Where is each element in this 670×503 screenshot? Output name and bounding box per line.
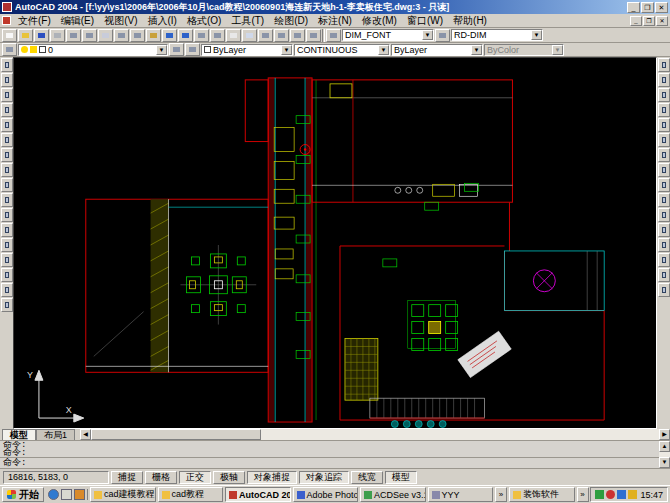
- maximize-button[interactable]: ❐: [641, 2, 654, 13]
- command-window[interactable]: 命令: 命令: 命令: ▲ ▼: [0, 441, 670, 469]
- rotate-icon[interactable]: [658, 148, 670, 162]
- media-player-icon[interactable]: [74, 489, 85, 500]
- otrack-button[interactable]: 对象追踪: [299, 471, 349, 484]
- menu-file[interactable]: 文件(F): [13, 14, 56, 28]
- menu-view[interactable]: 视图(V): [99, 14, 142, 28]
- mirror-icon[interactable]: [658, 88, 670, 102]
- snap-button[interactable]: 捕捉: [111, 471, 143, 484]
- save-icon[interactable]: [34, 29, 49, 42]
- taskbar-chevron[interactable]: »: [495, 487, 507, 502]
- zoom-previous-icon[interactable]: [274, 29, 289, 42]
- chevron-down-icon[interactable]: ▼: [531, 30, 542, 40]
- scroll-left-icon[interactable]: ◀: [80, 429, 91, 440]
- layer-freeze-sun-icon[interactable]: [30, 46, 37, 53]
- layer-combo[interactable]: 0 ▼: [18, 44, 168, 56]
- layer-properties-manager-icon[interactable]: [2, 43, 17, 56]
- chevron-down-icon[interactable]: ▼: [156, 45, 167, 55]
- command-prompt[interactable]: 命令:: [0, 458, 659, 468]
- break-icon[interactable]: [658, 238, 670, 252]
- fillet-icon[interactable]: [658, 268, 670, 282]
- chevron-down-icon[interactable]: ▼: [422, 30, 433, 40]
- tray-im-icon[interactable]: [617, 490, 626, 499]
- tab-layout1[interactable]: 布局1: [36, 429, 75, 440]
- scroll-up-icon[interactable]: ▲: [659, 441, 670, 452]
- extend-icon[interactable]: [658, 208, 670, 222]
- circle-icon[interactable]: [1, 148, 13, 162]
- cut-icon[interactable]: [98, 29, 113, 42]
- trim-icon[interactable]: [658, 193, 670, 207]
- text-style-icon[interactable]: [326, 29, 341, 42]
- redo-icon[interactable]: [178, 29, 193, 42]
- design-center-icon[interactable]: [306, 29, 321, 42]
- scale-icon[interactable]: [658, 163, 670, 177]
- break-at-point-icon[interactable]: [658, 223, 670, 237]
- layer-on-bulb-icon[interactable]: [21, 46, 28, 53]
- insert-block-icon[interactable]: [1, 223, 13, 237]
- menu-help[interactable]: 帮助(H): [448, 14, 492, 28]
- doc-minimize-button[interactable]: _: [630, 16, 642, 26]
- hscroll-track[interactable]: [91, 429, 659, 440]
- rectangle-icon[interactable]: [1, 118, 13, 132]
- print-preview-icon[interactable]: [66, 29, 81, 42]
- menu-dimension[interactable]: 标注(N): [313, 14, 357, 28]
- copy-object-icon[interactable]: [658, 73, 670, 87]
- polar-button[interactable]: 极轴: [213, 471, 245, 484]
- move-icon[interactable]: [658, 133, 670, 147]
- dim-style-combo[interactable]: RD-DIM ▼: [451, 29, 543, 41]
- copy-icon[interactable]: [114, 29, 129, 42]
- array-icon[interactable]: [658, 118, 670, 132]
- zoom-realtime-icon[interactable]: [242, 29, 257, 42]
- menu-edit[interactable]: 编辑(E): [56, 14, 99, 28]
- ie-icon[interactable]: [48, 489, 59, 500]
- construction-line-icon[interactable]: [1, 73, 13, 87]
- revision-cloud-icon[interactable]: [1, 163, 13, 177]
- tray-volume-icon[interactable]: [628, 490, 637, 499]
- menu-format[interactable]: 格式(O): [182, 14, 226, 28]
- print-icon[interactable]: [50, 29, 65, 42]
- cad-drawing[interactable]: Y X: [14, 58, 656, 428]
- doc-restore-button[interactable]: ❐: [643, 16, 655, 26]
- lineweight-combo[interactable]: ByLayer ▼: [391, 44, 483, 56]
- menu-draw[interactable]: 绘图(D): [269, 14, 313, 28]
- spline-icon[interactable]: [1, 178, 13, 192]
- erase-icon[interactable]: [658, 58, 670, 72]
- command-scrollbar[interactable]: ▲ ▼: [659, 441, 670, 468]
- properties-icon[interactable]: [290, 29, 305, 42]
- explode-icon[interactable]: [658, 283, 670, 297]
- minimize-button[interactable]: _: [627, 2, 640, 13]
- scroll-down-icon[interactable]: ▼: [659, 457, 670, 468]
- horizontal-scrollbar[interactable]: ◀ ▶: [80, 429, 670, 440]
- menu-window[interactable]: 窗口(W): [402, 14, 448, 28]
- offset-icon[interactable]: [658, 103, 670, 117]
- show-desktop-icon[interactable]: [61, 489, 72, 500]
- chevron-down-icon[interactable]: ▼: [471, 45, 482, 55]
- spell-icon[interactable]: [82, 29, 97, 42]
- chevron-down-icon[interactable]: ▼: [281, 45, 292, 55]
- linetype-combo[interactable]: CONTINUOUS ▼: [294, 44, 390, 56]
- grid-button[interactable]: 栅格: [145, 471, 177, 484]
- paste-icon[interactable]: [130, 29, 145, 42]
- lineweight-button[interactable]: 线宽: [351, 471, 383, 484]
- arc-icon[interactable]: [1, 133, 13, 147]
- multiline-text-icon[interactable]: [1, 298, 13, 312]
- layer-previous-icon[interactable]: [185, 43, 200, 56]
- task-yyy[interactable]: YYY: [428, 487, 494, 502]
- make-block-icon[interactable]: [1, 238, 13, 252]
- point-icon[interactable]: [1, 253, 13, 267]
- drawing-canvas[interactable]: Y X: [13, 57, 657, 429]
- undo-icon[interactable]: [162, 29, 177, 42]
- menu-tools[interactable]: 工具(T): [226, 14, 269, 28]
- tab-model[interactable]: 模型: [2, 429, 36, 440]
- hyperlink-icon[interactable]: [194, 29, 209, 42]
- doc-close-button[interactable]: ✕: [656, 16, 668, 26]
- text-style-combo[interactable]: DIM_FONT ▼: [342, 29, 434, 41]
- region-icon[interactable]: [1, 283, 13, 297]
- redraw-icon[interactable]: [210, 29, 225, 42]
- taskbar-chevron[interactable]: »: [577, 487, 589, 502]
- match-properties-icon[interactable]: [146, 29, 161, 42]
- scroll-right-icon[interactable]: ▶: [659, 429, 670, 440]
- osnap-button[interactable]: 对象捕捉: [247, 471, 297, 484]
- task-decor-software[interactable]: 装饰软件: [509, 487, 575, 502]
- ellipse-arc-icon[interactable]: [1, 208, 13, 222]
- new-icon[interactable]: [2, 29, 17, 42]
